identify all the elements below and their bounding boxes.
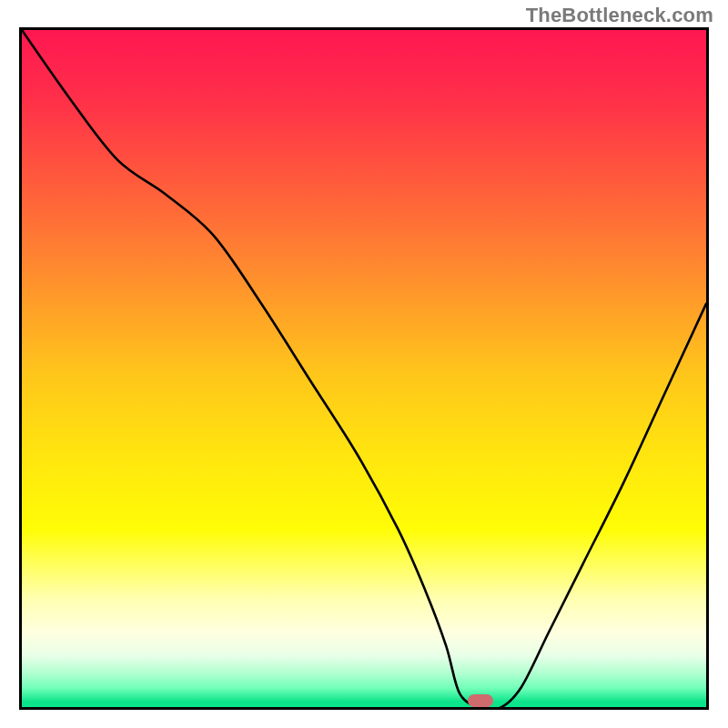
optimal-marker [468, 694, 493, 707]
chart-root: TheBottleneck.com [0, 0, 728, 728]
watermark-text: TheBottleneck.com [526, 4, 713, 27]
marker-layer [22, 30, 706, 707]
plot-area [19, 27, 709, 710]
